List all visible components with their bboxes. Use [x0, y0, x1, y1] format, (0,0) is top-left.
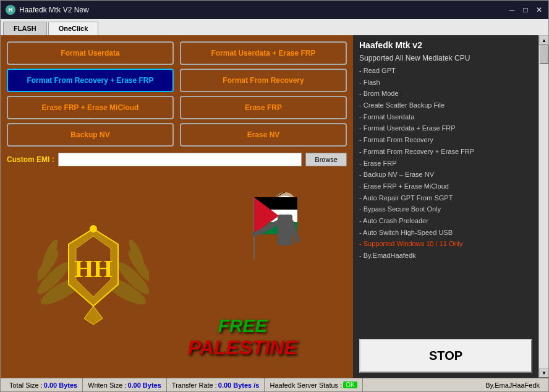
scrollbar[interactable]: ▲ ▼: [538, 35, 548, 378]
feature-auto-crash: - Auto Crash Preloader: [359, 215, 532, 227]
feature-read-gpt: - Read GPT: [359, 65, 532, 77]
feature-high-speed: - Auto Switch High-Speed USB: [359, 227, 532, 239]
app-icon: H: [6, 5, 15, 15]
button-row-2: Format From Recovery + Erase FRP Format …: [7, 69, 347, 92]
scroll-thumb[interactable]: [540, 45, 548, 64]
scroll-down-arrow[interactable]: ▼: [539, 368, 548, 378]
feature-bypass-secure: - Bypass Secure Boot Only: [359, 203, 532, 215]
format-userdata-button[interactable]: Format Userdata: [7, 41, 174, 65]
tab-oneclick[interactable]: OneClick: [48, 22, 99, 35]
feature-erase-frp-micloud: - Erase FRP + Erase MiCloud: [359, 181, 532, 192]
feature-by-emad: - By.EmadHaafedk: [359, 250, 532, 262]
written-size-label: Writen Size :: [88, 381, 126, 389]
free-palestine-area: FREE PALESTINE: [188, 315, 297, 359]
browse-button[interactable]: Browse: [305, 153, 347, 166]
button-row-1: Format Userdata Format Userdata + Erase …: [7, 41, 347, 65]
maximize-button[interactable]: □: [521, 6, 530, 14]
main-window: H Haafedk Mtk V2 New ─ □ ✕ FLASH OneClic…: [0, 0, 549, 392]
tab-flash[interactable]: FLASH: [3, 22, 47, 35]
credit-label: By.EmaJHaaFedk: [485, 381, 540, 389]
feature-format-userdata-frp: - Format Userdata + Erase FRP: [359, 122, 532, 134]
total-size-label: Total Size :: [9, 381, 43, 389]
right-panel: Haafedk Mtk v2 Supported All New Mediate…: [353, 35, 538, 378]
svg-rect-19: [278, 215, 292, 245]
server-status-ok: OK: [343, 381, 357, 388]
emblem: HH: [38, 210, 149, 334]
flag-figure: [236, 185, 310, 284]
transfer-rate-value: 0.00 Bytes /s: [218, 381, 260, 389]
format-from-recovery-button[interactable]: Format From Recovery: [180, 69, 347, 92]
feature-backup-nv: - Backup NV – Erase NV: [359, 169, 532, 181]
total-size-segment: Total Size : 0.00 Bytes: [4, 378, 83, 391]
feature-supported-windows: - Supported Windows 10 / 11 Only: [359, 238, 532, 250]
total-size-value: 0.00 Bytes: [44, 381, 77, 389]
close-button[interactable]: ✕: [535, 6, 543, 14]
server-status-segment: Haafedk Server Status : OK: [265, 378, 362, 391]
written-size-segment: Writen Size : 0.00 Bytes: [83, 378, 167, 391]
feature-flash: - Flash: [359, 77, 532, 88]
erase-frp-micloud-button[interactable]: Erase FRP + Erase MiCloud: [7, 96, 174, 119]
svg-marker-11: [84, 306, 103, 325]
status-bar: Total Size : 0.00 Bytes Writen Size : 0.…: [1, 378, 548, 391]
title-bar: H Haafedk Mtk V2 New ─ □ ✕: [1, 1, 548, 19]
custom-emi-label: Custom EMI :: [7, 155, 54, 164]
custom-emi-input[interactable]: [58, 153, 302, 166]
free-text: FREE: [188, 315, 297, 336]
main-content: Format Userdata Format Userdata + Erase …: [1, 35, 548, 378]
feature-format-recovery: - Format From Recovery: [359, 134, 532, 146]
svg-text:HH: HH: [74, 255, 113, 283]
svg-point-12: [90, 225, 97, 232]
feature-erase-frp: - Erase FRP: [359, 158, 532, 169]
stop-button[interactable]: STOP: [359, 339, 532, 373]
credit-segment: By.EmaJHaaFedk: [480, 378, 545, 391]
right-panel-title: Haafedk Mtk v2: [359, 40, 532, 50]
feature-repair-gpt: - Auto Repair GPT From SGPT: [359, 192, 532, 204]
image-area: HH: [7, 173, 347, 372]
window-title: Haafedk Mtk V2 New: [19, 6, 508, 14]
minimize-button[interactable]: ─: [508, 6, 516, 14]
scroll-track[interactable]: [539, 45, 548, 368]
feature-format-userdata: - Format Userdata: [359, 111, 532, 123]
button-row-3: Erase FRP + Erase MiCloud Erase FRP: [7, 96, 347, 119]
window-controls: ─ □ ✕: [508, 6, 543, 14]
server-status-label: Haafedk Server Status :: [270, 381, 342, 389]
written-size-value: 0.00 Bytes: [127, 381, 161, 389]
palestine-text: PALESTINE: [188, 336, 297, 359]
stop-btn-area: STOP: [359, 334, 532, 373]
feature-list: - Read GPT - Flash - Brom Mode - Create …: [359, 65, 532, 262]
custom-emi-row: Custom EMI : Browse: [7, 153, 347, 166]
feature-brom: - Brom Mode: [359, 88, 532, 100]
transfer-rate-segment: Transfer Rate : 0.00 Bytes /s: [167, 378, 265, 391]
feature-format-recovery-frp: - Format From Recovery + Erase FRP: [359, 146, 532, 158]
erase-frp-button[interactable]: Erase FRP: [180, 96, 347, 119]
erase-nv-button[interactable]: Erase NV: [180, 123, 347, 147]
tab-bar: FLASH OneClick: [1, 19, 548, 35]
transfer-rate-label: Transfer Rate :: [172, 381, 217, 389]
format-from-recovery-erase-frp-button[interactable]: Format From Recovery + Erase FRP: [7, 69, 174, 92]
feature-scatter: - Create Scatter Backup File: [359, 100, 532, 111]
scroll-up-arrow[interactable]: ▲: [539, 35, 548, 45]
right-panel-subtitle: Supported All New Mediatek CPU: [359, 54, 532, 62]
left-panel: Format Userdata Format Userdata + Erase …: [1, 35, 353, 378]
backup-nv-button[interactable]: Backup NV: [7, 123, 174, 147]
button-row-4: Backup NV Erase NV: [7, 123, 347, 147]
format-userdata-erase-frp-button[interactable]: Format Userdata + Erase FRP: [180, 41, 347, 65]
